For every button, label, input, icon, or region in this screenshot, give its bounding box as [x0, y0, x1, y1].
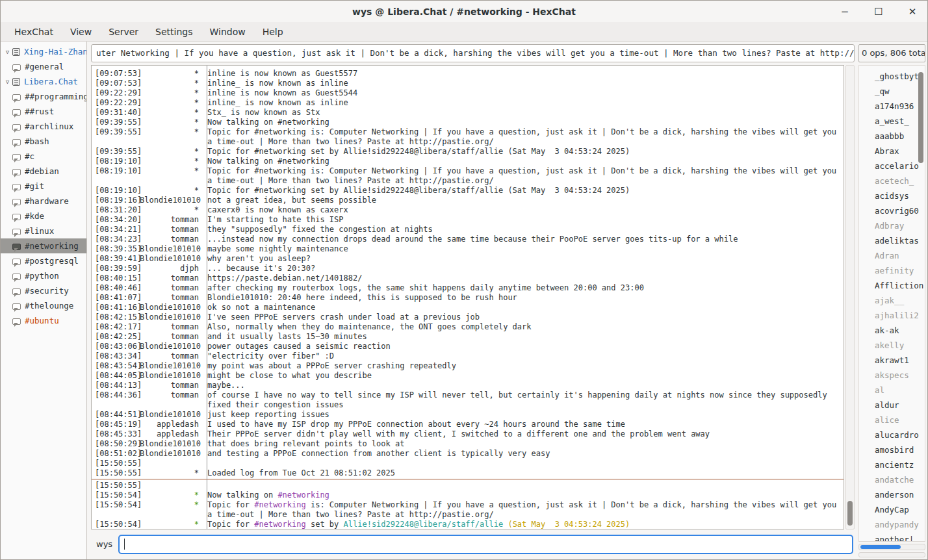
menu-item-server[interactable]: Server: [100, 24, 147, 40]
minimize-icon[interactable]: −: [836, 3, 853, 20]
tree-expander-icon[interactable]: ▽: [3, 79, 12, 85]
channel-row-#hardware[interactable]: #hardware: [1, 194, 86, 209]
nicklist-item[interactable]: akrawt1: [859, 353, 925, 368]
chat-nick: Blondie101010: [140, 303, 203, 312]
nicklist-item[interactable]: _qw: [859, 84, 925, 99]
tree-label: #thelounge: [25, 301, 73, 311]
chat-bubble-icon: [12, 199, 21, 205]
tree-label: #general: [25, 62, 64, 71]
chat-line: [08:19:16]Blondie101010not a great idea,…: [92, 196, 844, 205]
userlist-hscrollbar-track2[interactable]: [858, 552, 925, 557]
nicklist-item[interactable]: aaabbb: [859, 129, 925, 144]
nicklist-item[interactable]: aldur: [859, 398, 925, 413]
server-row-liberachat[interactable]: ▽Libera.Chat: [1, 74, 86, 89]
chat-line: [09:39:55]*Topic for #networking is: Com…: [92, 127, 844, 147]
userlist-hscrollbar-thumb[interactable]: [860, 545, 901, 549]
userlist-hscrollbar[interactable]: [858, 544, 925, 550]
nicklist-item[interactable]: acetech_: [859, 173, 925, 188]
menu-item-window[interactable]: Window: [201, 24, 253, 40]
nicklist-item[interactable]: anderson: [859, 487, 925, 502]
server-row-xing-hai-zhan[interactable]: ▽Xing-Hai-Zhan: [1, 44, 86, 59]
nicklist-item[interactable]: amosbird: [859, 442, 925, 457]
message-input[interactable]: [118, 535, 853, 554]
own-nick-label[interactable]: wys: [96, 539, 112, 549]
channel-row-#security[interactable]: #security: [1, 283, 86, 298]
nicklist-item[interactable]: alucardro: [859, 427, 925, 442]
channel-row-#debian[interactable]: #debian: [1, 164, 86, 179]
chat-scrollbar[interactable]: [845, 65, 855, 529]
nicklist-item[interactable]: _ghostbyt: [859, 69, 925, 84]
chat-line: [08:43:34]tomman"electricity over fiber"…: [92, 351, 844, 361]
nicklist-item[interactable]: acidsys: [859, 188, 925, 203]
chat-nick: Blondie101010: [140, 361, 203, 371]
nicklist-item[interactable]: adeliktas: [859, 233, 925, 248]
nicklist-item[interactable]: a_west_: [859, 114, 925, 129]
chat-timestamp: [09:31:40]: [92, 108, 140, 118]
nicklist-item[interactable]: al: [859, 383, 925, 398]
chat-message-text: I used to have my ISP drop my PPPoE conn…: [203, 420, 844, 429]
tree-expander-icon[interactable]: ▽: [3, 49, 12, 55]
chat-event-star: *: [140, 520, 203, 529]
chat-nick: tomman: [140, 283, 203, 293]
channel-row-##programming[interactable]: ##programming: [1, 89, 86, 104]
nicklist-item[interactable]: Adran: [859, 248, 925, 263]
center-column: uter Networking | If you have a question…: [87, 42, 856, 559]
menu-item-hexchat[interactable]: HexChat: [6, 24, 62, 40]
menu-item-settings[interactable]: Settings: [147, 24, 201, 40]
nicklist-item[interactable]: accelario: [859, 159, 925, 173]
channel-row-#postgresql[interactable]: #postgresql: [1, 253, 86, 268]
close-icon[interactable]: ✕: [904, 3, 921, 20]
topic-input[interactable]: uter Networking | If you have a question…: [91, 44, 855, 62]
chat-line: [08:44:13]tommanmaybe...: [92, 381, 844, 390]
nicklist-item[interactable]: andypandy: [859, 517, 925, 532]
chat-event-star: *: [140, 186, 203, 196]
chat-message-text: maybe some nightly maintenance: [203, 244, 844, 254]
nicklist-item[interactable]: ak-ak: [859, 323, 925, 338]
maximize-icon[interactable]: ☐: [870, 3, 887, 20]
nicklist-item[interactable]: AndyCap: [859, 502, 925, 517]
nicklist-item[interactable]: Abrax: [859, 144, 925, 159]
channel-row-#kde[interactable]: #kde: [1, 209, 86, 223]
channel-row-#thelounge[interactable]: #thelounge: [1, 298, 86, 313]
chat-lines: [09:07:53]*inline is now known as Guest5…: [92, 69, 844, 529]
nicklist-item[interactable]: ajhalili2: [859, 308, 925, 323]
nicklist-item[interactable]: aefinity: [859, 263, 925, 278]
nicklist-item[interactable]: ajak__: [859, 293, 925, 308]
nicklist-item[interactable]: akelly: [859, 338, 925, 353]
chat-message-text: after checking my routerbox logs, the sa…: [203, 283, 844, 293]
nicklist-item[interactable]: akspecs: [859, 368, 925, 383]
nicklist-item[interactable]: alice: [859, 413, 925, 427]
channel-row-#git[interactable]: #git: [1, 179, 86, 194]
menu-item-help[interactable]: Help: [254, 24, 292, 40]
channel-row-#bash[interactable]: #bash: [1, 134, 86, 149]
channel-row-##rust[interactable]: ##rust: [1, 104, 86, 119]
channel-row-#networking[interactable]: #networking: [1, 238, 86, 253]
nicklist-item[interactable]: ancientz: [859, 457, 925, 472]
nicklist-item[interactable]: a174n936: [859, 99, 925, 114]
tree-label: Xing-Hai-Zhan: [24, 47, 86, 57]
tree-label: #networking: [25, 241, 79, 251]
title-bar: wys @ Libera.Chat / #networking - HexCha…: [1, 1, 927, 22]
channel-row-#linux[interactable]: #linux: [1, 223, 86, 238]
right-pane: 0 ops, 806 total _ghostbyt_qwa174n936a_w…: [856, 42, 927, 559]
userlist-scrollbar-thumb[interactable]: [918, 72, 923, 163]
nicklist-item[interactable]: Affliction: [859, 278, 925, 293]
nicklist-item[interactable]: acovrig60: [859, 203, 925, 218]
channel-row-#archlinux[interactable]: #archlinux: [1, 119, 86, 134]
tree-label: #ubuntu: [25, 316, 59, 325]
chat-timestamp: [08:19:10]: [92, 157, 140, 166]
channel-row-#python[interactable]: #python: [1, 268, 86, 283]
chat-timestamp: [08:43:54]: [92, 361, 140, 371]
menu-item-view[interactable]: View: [62, 24, 100, 40]
channel-row-#general[interactable]: #general: [1, 59, 86, 74]
tree-label: Libera.Chat: [24, 77, 78, 86]
channel-row-#c[interactable]: #c: [1, 149, 86, 164]
chat-message-text: Topic for #networking is: Computer Netwo…: [203, 127, 844, 147]
nicklist-item[interactable]: andatche: [859, 472, 925, 487]
nicklist-item[interactable]: Adbray: [859, 218, 925, 233]
channel-row-#ubuntu[interactable]: #ubuntu: [1, 313, 86, 328]
chat-scrollbar-thumb[interactable]: [847, 501, 853, 526]
chat-event-star: *: [140, 118, 203, 127]
tree-label: #debian: [25, 166, 59, 176]
nicklist-item[interactable]: another|: [859, 532, 925, 542]
